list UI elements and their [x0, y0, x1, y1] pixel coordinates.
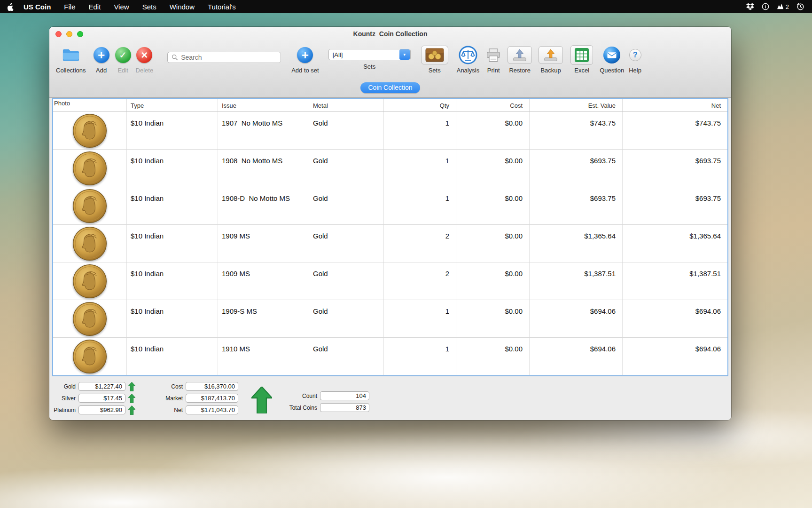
- tab-coin-collection[interactable]: Coin Collection: [360, 82, 420, 93]
- folder-icon: [62, 48, 80, 62]
- backup-icon: [543, 48, 559, 62]
- sets-popup[interactable]: [All] ▼: [328, 49, 411, 60]
- help-button[interactable]: ? Help: [629, 44, 641, 74]
- add-button[interactable]: + Add: [94, 44, 109, 74]
- restore-button[interactable]: Restore: [508, 44, 532, 74]
- menu-item-sets[interactable]: Sets: [142, 3, 156, 11]
- excel-label: Excel: [574, 67, 589, 74]
- question-label: Question: [600, 67, 624, 74]
- balance-scale-icon: [459, 46, 477, 64]
- net-total-label: Net: [158, 407, 183, 413]
- menu-item-view[interactable]: View: [114, 3, 129, 11]
- chevron-down-icon: ▼: [399, 49, 410, 60]
- window-titlebar[interactable]: Kountz Coin Collection: [49, 27, 731, 41]
- table-row[interactable]: $10 Indian 1908-D No Motto MS Gold 1 $0.…: [53, 187, 727, 225]
- col-photo[interactable]: Photo: [53, 99, 127, 111]
- cost-total-field[interactable]: $16,370.00: [186, 382, 238, 391]
- table-row[interactable]: $10 Indian 1909-S MS Gold 1 $0.00 $694.0…: [53, 300, 727, 338]
- total-coins-field[interactable]: 873: [320, 403, 369, 412]
- market-total-field[interactable]: $187,413.70: [186, 394, 238, 403]
- table-row[interactable]: $10 Indian 1908 No Motto MS Gold 1 $0.00…: [53, 150, 727, 187]
- backup-label: Backup: [540, 67, 561, 74]
- edit-button[interactable]: ✓ Edit: [115, 44, 131, 74]
- email-question-icon: [603, 46, 621, 64]
- est-value-cell: $743.75: [530, 112, 623, 149]
- dropbox-icon[interactable]: [746, 3, 754, 10]
- restore-icon: [512, 48, 528, 62]
- platinum-price-label: Platinum: [53, 407, 76, 413]
- net-total-field[interactable]: $171,043.70: [186, 405, 238, 414]
- add-to-set-button[interactable]: + Add to set: [291, 44, 319, 74]
- metal-cell: Gold: [309, 262, 384, 300]
- col-est-value[interactable]: Est. Value: [530, 99, 623, 111]
- analysis-button[interactable]: Analysis: [457, 44, 479, 74]
- col-type[interactable]: Type: [127, 99, 218, 111]
- est-value-cell: $1,365.64: [530, 225, 623, 262]
- col-qty[interactable]: Qty: [384, 99, 456, 111]
- minimize-button[interactable]: [66, 31, 72, 37]
- collections-button[interactable]: Collections: [56, 44, 86, 74]
- coin-photo-cell: [53, 225, 127, 262]
- search-input[interactable]: [181, 54, 277, 61]
- sets-popup-label: Sets: [363, 63, 375, 70]
- time-machine-icon[interactable]: [796, 3, 804, 11]
- count-field[interactable]: 104: [320, 391, 369, 400]
- menu-bar: US Coin File Edit View Sets Window Tutor…: [0, 0, 812, 13]
- info-icon[interactable]: [762, 3, 769, 10]
- table-row[interactable]: $10 Indian 1909 MS Gold 2 $0.00 $1,365.6…: [53, 225, 727, 262]
- app-menu[interactable]: US Coin: [23, 3, 51, 11]
- tab-strip: Coin Collection: [49, 78, 731, 97]
- total-coins-label: Total Coins: [270, 405, 317, 411]
- apple-menu[interactable]: [8, 3, 14, 11]
- coin-photo-cell: [53, 150, 127, 187]
- menu-item-edit[interactable]: Edit: [89, 3, 101, 11]
- table-header: Photo Type Issue Metal Qty Cost Est. Val…: [53, 99, 727, 112]
- plus-icon: +: [94, 47, 109, 63]
- table-row[interactable]: $10 Indian 1910 MS Gold 1 $0.00 $694.06 …: [53, 338, 727, 375]
- issue-cell: 1909-S MS: [218, 300, 309, 337]
- metal-cell: Gold: [309, 225, 384, 262]
- col-cost[interactable]: Cost: [456, 99, 530, 111]
- net-cell: $693.75: [623, 150, 727, 187]
- qty-cell: 1: [384, 338, 456, 375]
- platinum-price-field[interactable]: $962.90: [78, 405, 125, 414]
- coin-set-icon: [425, 48, 444, 62]
- apple-icon: [8, 3, 14, 11]
- excel-button[interactable]: Excel: [570, 44, 593, 74]
- question-button[interactable]: Question: [600, 44, 624, 74]
- status-indicator[interactable]: 2: [777, 3, 789, 10]
- up-arrow-icon: [128, 405, 135, 415]
- print-label: Print: [487, 67, 500, 74]
- signal-icon: [777, 4, 784, 9]
- delete-button[interactable]: × Delete: [136, 44, 154, 74]
- qty-cell: 1: [384, 112, 456, 149]
- metal-prices-group: Gold $1,227.40 Silver $17.45 Platinum $9…: [53, 382, 135, 414]
- col-issue[interactable]: Issue: [218, 99, 309, 111]
- sets-button[interactable]: Sets: [421, 44, 448, 74]
- issue-cell: 1910 MS: [218, 338, 309, 375]
- menu-item-file[interactable]: File: [64, 3, 75, 11]
- est-value-cell: $693.75: [530, 150, 623, 187]
- plus-icon: +: [297, 47, 313, 63]
- gold-price-field[interactable]: $1,227.40: [78, 382, 125, 391]
- traffic-lights: [55, 27, 83, 41]
- metal-cell: Gold: [309, 300, 384, 337]
- backup-button[interactable]: Backup: [539, 44, 563, 74]
- menu-item-window[interactable]: Window: [170, 3, 195, 11]
- zoom-button[interactable]: [77, 31, 83, 37]
- table-row[interactable]: $10 Indian 1907 No Motto MS Gold 1 $0.00…: [53, 112, 727, 150]
- silver-price-field[interactable]: $17.45: [78, 394, 125, 403]
- menu-status-area: 2: [746, 3, 804, 11]
- metal-cell: Gold: [309, 150, 384, 187]
- close-button[interactable]: [55, 31, 62, 37]
- col-metal[interactable]: Metal: [309, 99, 384, 111]
- cost-cell: $0.00: [456, 150, 530, 187]
- print-button[interactable]: Print: [486, 44, 501, 74]
- sets-label: Sets: [429, 67, 441, 74]
- silver-price-label: Silver: [53, 395, 76, 402]
- col-net[interactable]: Net: [623, 99, 727, 111]
- table-row[interactable]: $10 Indian 1909 MS Gold 2 $0.00 $1,387.5…: [53, 262, 727, 300]
- net-cell: $1,387.51: [623, 262, 727, 300]
- menu-item-tutorials[interactable]: Tutorial's: [208, 3, 236, 11]
- search-field[interactable]: [167, 52, 281, 63]
